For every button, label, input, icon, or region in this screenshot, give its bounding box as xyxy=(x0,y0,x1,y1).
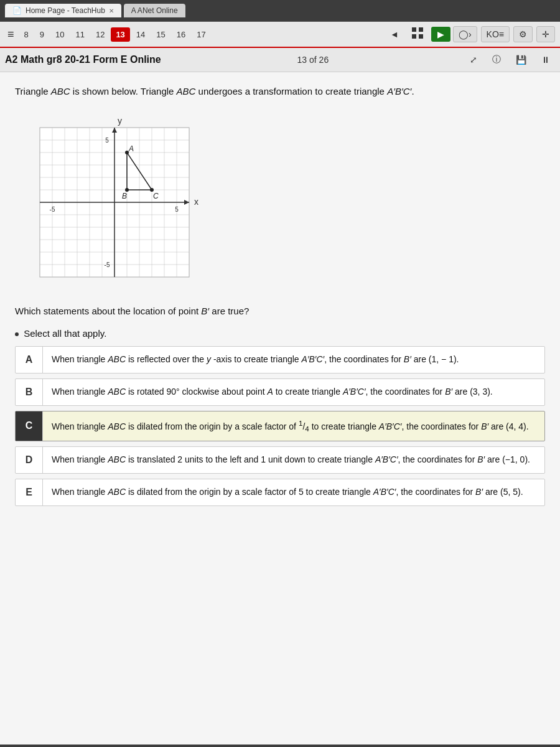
browser-chrome: 📄 Home Page - TeachHub ✕ A ANet Online xyxy=(0,0,560,22)
svg-rect-2 xyxy=(412,34,416,39)
svg-text:-5: -5 xyxy=(105,261,110,268)
pause-icon[interactable]: ⏸ xyxy=(536,52,555,67)
choice-letter-c: C xyxy=(16,411,43,441)
select-all-label: Select all that apply. xyxy=(15,328,545,339)
settings-icon[interactable]: ⚙ xyxy=(513,26,533,42)
q-num-15[interactable]: 15 xyxy=(151,27,170,42)
bullet-dot xyxy=(15,332,19,336)
circle-arrow-icon[interactable]: ◯› xyxy=(453,26,477,42)
coordinate-grid: x y -5 5 5 -5 A B C xyxy=(27,115,202,289)
test-title: A2 Math gr8 20-21 Form E Online xyxy=(5,54,161,65)
tab-close-button[interactable]: ✕ xyxy=(109,7,114,14)
progress-info: 13 of 26 xyxy=(297,55,329,65)
q-num-9[interactable]: 9 xyxy=(35,27,49,42)
main-content: Triangle ABC is shown below. Triangle AB… xyxy=(0,72,560,745)
active-tab[interactable]: 📄 Home Page - TeachHub ✕ xyxy=(5,4,121,17)
progress-text: 13 of 26 xyxy=(297,55,329,65)
question-main-text: Triangle ABC is shown below. Triangle AB… xyxy=(15,85,545,99)
choice-text-c: When triangle ABC is dilated from the or… xyxy=(43,411,538,441)
svg-rect-1 xyxy=(419,27,423,32)
svg-text:y: y xyxy=(118,116,122,126)
tab-icon: 📄 xyxy=(12,6,22,15)
question-number-bar: 8 9 10 11 12 13 14 15 16 17 xyxy=(19,27,383,42)
hamburger-menu[interactable]: ≡ xyxy=(5,26,17,44)
q-num-17[interactable]: 17 xyxy=(192,27,210,42)
svg-text:A: A xyxy=(128,144,134,153)
svg-text:C: C xyxy=(153,192,159,200)
question-sub-text: Which statements about the location of p… xyxy=(15,304,545,319)
svg-text:x: x xyxy=(194,197,198,207)
choice-letter-a: A xyxy=(16,347,43,373)
q-num-11[interactable]: 11 xyxy=(70,27,89,42)
info-icon[interactable]: ⓘ xyxy=(487,52,506,68)
answer-choice-d[interactable]: D When triangle ABC is translated 2 unit… xyxy=(15,446,545,474)
save-icon[interactable]: 💾 xyxy=(511,52,531,67)
expand-icon[interactable]: ⤢ xyxy=(465,52,482,67)
grid-view-icon[interactable] xyxy=(406,24,429,44)
choice-text-d: When triangle ABC is translated 2 units … xyxy=(43,447,539,472)
svg-rect-0 xyxy=(412,27,416,32)
answer-choice-c[interactable]: C When triangle ABC is dilated from the … xyxy=(15,411,545,441)
svg-text:5: 5 xyxy=(105,137,109,144)
choice-letter-b: B xyxy=(16,379,43,405)
add-icon[interactable]: ✛ xyxy=(536,26,555,42)
answer-choice-e[interactable]: E When triangle ABC is dilated from the … xyxy=(15,479,545,506)
tab-label: Home Page - TeachHub xyxy=(26,6,105,15)
graph-container: x y -5 5 5 -5 A B C xyxy=(27,115,202,289)
nav-back-arrow[interactable]: ◄ xyxy=(385,27,404,42)
q-num-13[interactable]: 13 xyxy=(111,27,129,42)
svg-rect-3 xyxy=(419,34,423,39)
ko-icon[interactable]: KO≡ xyxy=(481,26,510,42)
q-num-16[interactable]: 16 xyxy=(172,27,190,42)
choice-letter-e: E xyxy=(16,479,43,505)
svg-text:B: B xyxy=(122,192,127,200)
q-num-8[interactable]: 8 xyxy=(19,27,34,42)
anet-tab-label: A ANet Online xyxy=(131,6,178,15)
sub-toolbar-right: ⤢ ⓘ 💾 ⏸ xyxy=(465,52,555,68)
main-toolbar: ≡ 8 9 10 11 12 13 14 15 16 17 ◄ ▶ ◯› KO≡… xyxy=(0,22,560,48)
answer-section: Select all that apply. A When triangle A… xyxy=(15,328,545,506)
choice-text-b: When triangle ABC is rotated 90° clockwi… xyxy=(43,379,502,405)
play-button[interactable]: ▶ xyxy=(431,27,450,42)
bottom-nav: ◄ xyxy=(0,745,560,747)
choice-letter-d: D xyxy=(16,447,43,473)
anet-tab[interactable]: A ANet Online xyxy=(124,4,185,17)
choice-text-e: When triangle ABC is dilated from the or… xyxy=(43,479,532,505)
choice-text-a: When triangle ABC is reflected over the … xyxy=(43,347,467,372)
toolbar-right: ◯› KO≡ ⚙ ✛ xyxy=(453,26,555,42)
q-num-10[interactable]: 10 xyxy=(50,27,69,42)
svg-text:-5: -5 xyxy=(50,206,55,213)
answer-choice-a[interactable]: A When triangle ABC is reflected over th… xyxy=(15,346,545,374)
sub-toolbar: A2 Math gr8 20-21 Form E Online 13 of 26… xyxy=(0,48,560,72)
svg-text:5: 5 xyxy=(175,206,179,213)
tab-bar: 📄 Home Page - TeachHub ✕ A ANet Online xyxy=(5,4,555,17)
q-num-14[interactable]: 14 xyxy=(131,27,150,42)
answer-choice-b[interactable]: B When triangle ABC is rotated 90° clock… xyxy=(15,378,545,406)
q-num-12[interactable]: 12 xyxy=(91,27,110,42)
